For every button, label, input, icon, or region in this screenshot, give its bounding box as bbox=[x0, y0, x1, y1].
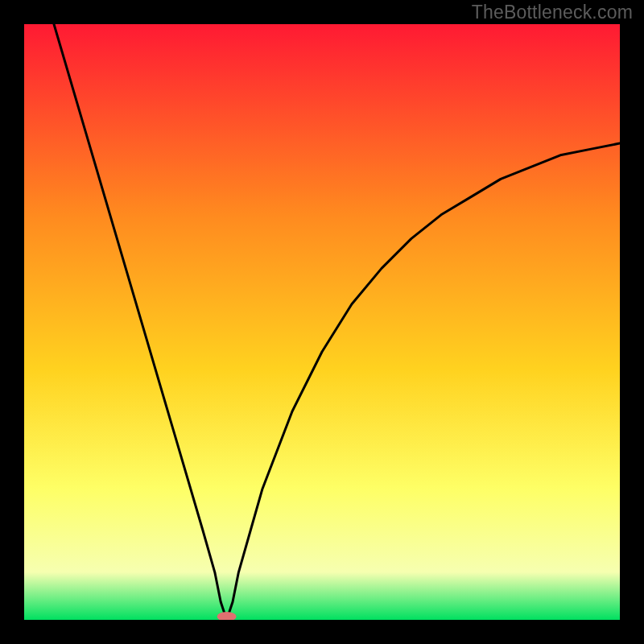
chart-container: TheBottleneck.com bbox=[0, 0, 644, 644]
watermark-text: TheBottleneck.com bbox=[472, 2, 633, 23]
bottleneck-chart bbox=[24, 24, 620, 620]
gradient-background bbox=[24, 24, 620, 620]
plot-area bbox=[24, 24, 620, 620]
